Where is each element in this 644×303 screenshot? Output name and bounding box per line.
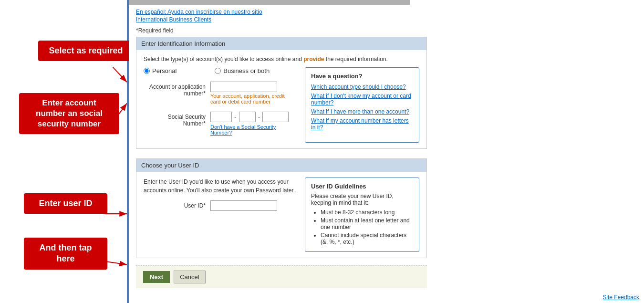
guidelines-title: User ID Guidelines [311,183,413,190]
account-type-radio-group: Personal Business or both [144,67,295,74]
annotation-panel: Select as required Enter account number … [0,0,129,303]
identification-section: Enter Identification Information Select … [136,37,427,149]
required-field-label: *Required field [136,27,174,34]
ssn-separator-2: - [258,113,260,121]
ssn-separator-1: - [234,113,237,121]
annotation-tap-here: And then tap here [24,238,107,270]
next-button[interactable]: Next [143,271,170,283]
identification-header: Enter Identification Information [136,37,426,50]
guidelines-list: Must be 8-32 characters long Must contai… [311,209,413,245]
business-radio[interactable] [215,68,221,74]
spanish-link[interactable]: En español: Ayuda con inscribirse en nue… [136,9,637,15]
userid-body-text: Enter the User ID you'd like to use when… [144,178,295,195]
guideline-3: Cannot include special characters (&, %,… [321,232,413,245]
userid-input[interactable] [210,200,277,211]
svg-line-1 [113,67,127,83]
ssn-field-row: Social Security Number* - - [144,112,295,136]
account-input[interactable] [210,82,277,92]
bottom-bar: Next Cancel [136,265,427,288]
ssn-input-2[interactable] [239,112,256,122]
annotation-select-required: Select as required [38,41,134,61]
help-link-2[interactable]: What if I don't know my account or card … [311,93,413,106]
userid-label: User ID* [144,200,206,209]
userid-section: Choose your User ID Enter the User ID yo… [136,158,427,258]
account-field-row: Account or applicationnumber* Your accou… [144,82,295,104]
top-banner [129,0,410,5]
userid-field-row: User ID* [144,200,295,211]
help-link-1[interactable]: Which account type should I choose? [311,84,413,90]
select-prompt: Select the type(s) of account(s) you'd l… [144,56,419,63]
personal-radio-label[interactable]: Personal [144,67,177,74]
annotation-enter-account: Enter account number an social security … [19,93,119,134]
ssn-help-link[interactable]: Don't have a Social Security Number? [210,124,295,136]
ssn-input-1[interactable] [210,112,232,122]
site-feedback-link[interactable]: Site Feedback [602,294,639,301]
help-title: Have a question? [311,73,413,80]
guidelines-intro: Please create your new User ID, keeping … [311,193,413,206]
help-box: Have a question? Which account type shou… [305,67,419,143]
ssn-group: - - [210,112,295,122]
help-link-3[interactable]: What if I have more than one account? [311,108,413,115]
help-link-4[interactable]: What if my account number has letters in… [311,117,413,131]
personal-radio[interactable] [144,68,150,74]
business-radio-label[interactable]: Business or both [215,67,270,74]
ssn-input-3[interactable] [262,112,289,122]
userid-header: Choose your User ID [136,159,426,172]
main-content: En español: Ayuda con inscribirse en nue… [129,0,644,303]
ssn-label: Social Security Number* [144,112,206,127]
account-label: Account or applicationnumber* [144,82,206,97]
cancel-button[interactable]: Cancel [174,271,205,283]
guideline-1: Must be 8-32 characters long [321,209,413,216]
account-hint: Your account, application, credit card o… [210,93,295,104]
guidelines-box: User ID Guidelines Please create your ne… [305,178,419,252]
guideline-2: Must contain at least one letter and one… [321,217,413,230]
annotation-enter-userid: Enter user ID [24,193,107,214]
international-link[interactable]: International Business Clients [136,16,637,23]
